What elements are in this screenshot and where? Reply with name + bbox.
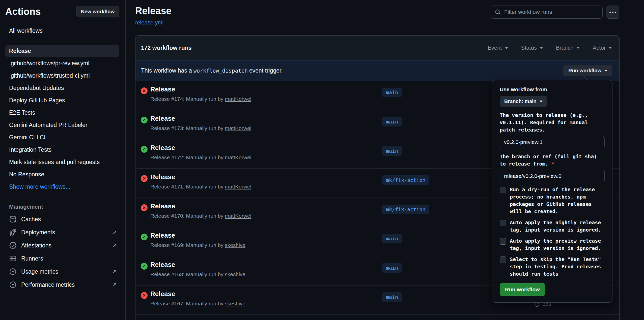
checkbox[interactable] bbox=[500, 257, 506, 263]
branch-column: main bbox=[382, 89, 402, 95]
management-item-label: Usage metrics bbox=[21, 268, 58, 275]
filter-actor[interactable]: Actor bbox=[593, 45, 612, 51]
sidebar-item-caches[interactable]: Caches bbox=[6, 213, 119, 226]
filter-branch[interactable]: Branch bbox=[556, 45, 580, 51]
branch-badge[interactable]: mk/fix-action bbox=[382, 205, 429, 214]
run-workflow-dropdown-button[interactable]: Run workflow bbox=[564, 65, 612, 76]
run-title-link[interactable]: Release bbox=[150, 144, 175, 151]
workflow-input-field[interactable] bbox=[500, 136, 605, 148]
actor-link[interactable]: mattKorwel bbox=[225, 96, 251, 102]
actor-link[interactable]: mattKorwel bbox=[225, 125, 251, 131]
branch-badge[interactable]: main bbox=[382, 146, 402, 156]
checkbox-row[interactable]: Auto apply the nightly release tag, inpu… bbox=[500, 219, 605, 234]
management-list: CachesDeployments↗Attestations↗RunnersUs… bbox=[0, 213, 125, 291]
run-main: ReleaseRelease #172: Manually run by mat… bbox=[150, 144, 251, 161]
success-icon: ✓ bbox=[141, 263, 148, 270]
run-workflow-popover: Use workflow from Branch: main The versi… bbox=[492, 80, 612, 303]
run-main: ReleaseRelease #167: Manually run by ske… bbox=[150, 290, 245, 307]
sidebar-workflow-item[interactable]: Mark stale issues and pull requests bbox=[5, 156, 119, 168]
workflow-file-link[interactable]: release.yml bbox=[135, 19, 163, 26]
sidebar-workflow-item[interactable]: .github/workflows/trusted-ci.yml bbox=[5, 70, 119, 82]
sidebar-workflow-item[interactable]: E2E Tests bbox=[5, 107, 119, 119]
actor-link[interactable]: mattKorwel bbox=[225, 213, 251, 219]
new-workflow-button[interactable]: New workflow bbox=[76, 6, 119, 17]
external-link-icon: ↗ bbox=[112, 268, 117, 275]
sidebar-item-all-workflows[interactable]: All workflows bbox=[5, 25, 119, 37]
input-label: The version to release (e.g., v0.1.11). … bbox=[500, 112, 605, 134]
branch-badge[interactable]: main bbox=[382, 263, 402, 273]
filter-workflow-runs-input[interactable] bbox=[491, 6, 603, 19]
workflow-list: Release.github/workflows/pr-review.yml.g… bbox=[0, 45, 125, 180]
checkbox[interactable] bbox=[500, 220, 506, 226]
failure-icon: ✕ bbox=[141, 175, 148, 182]
branch-badge[interactable]: main bbox=[382, 292, 402, 302]
checkbox[interactable] bbox=[500, 238, 506, 245]
run-title-link[interactable]: Release bbox=[150, 115, 175, 122]
run-description: Release #173: Manually run by mattKorwel bbox=[150, 125, 251, 131]
branch-column: main bbox=[382, 148, 402, 154]
checkbox[interactable] bbox=[500, 187, 506, 193]
branch-column: main bbox=[382, 294, 402, 300]
checkbox-row[interactable]: Select to skip the "Run Tests" step in t… bbox=[500, 256, 605, 278]
sidebar-item-runners[interactable]: Runners bbox=[6, 252, 119, 265]
management-item-label: Deployments bbox=[21, 229, 55, 236]
filter-label: Actor bbox=[593, 45, 606, 51]
sidebar-item-deployments[interactable]: Deployments↗ bbox=[6, 226, 119, 239]
run-title-link[interactable]: Release bbox=[150, 232, 175, 239]
sidebar-workflow-item[interactable]: Deploy GitHub Pages bbox=[5, 94, 119, 106]
workflow-dispatch-code: workflow_dispatch bbox=[192, 68, 249, 74]
sidebar-divider bbox=[6, 41, 119, 41]
filter-status[interactable]: Status bbox=[521, 45, 543, 51]
actor-link[interactable]: skeshive bbox=[225, 271, 245, 277]
failure-icon: ✕ bbox=[141, 204, 148, 211]
sidebar-workflow-item[interactable]: No Response bbox=[5, 169, 119, 180]
actor-link[interactable]: mattKorwel bbox=[225, 154, 251, 160]
chevron-down-icon bbox=[609, 47, 612, 50]
search-icon bbox=[495, 9, 501, 15]
sidebar-workflow-item[interactable]: Integration Tests bbox=[5, 144, 119, 156]
sidebar-item-usage-metrics[interactable]: Usage metrics↗ bbox=[6, 265, 119, 278]
sidebar-workflow-item[interactable]: .github/workflows/pr-review.yml bbox=[5, 57, 119, 69]
workflow-options-kebab-button[interactable] bbox=[606, 6, 619, 19]
run-title-link[interactable]: Release bbox=[150, 290, 175, 298]
sidebar-workflow-item[interactable]: Gemini Automated PR Labeler bbox=[5, 119, 119, 131]
branch-column: mk/fix-action bbox=[382, 206, 429, 212]
actor-link[interactable]: mattKorwel bbox=[225, 184, 251, 189]
filter-label: Branch bbox=[556, 45, 574, 51]
branch-badge[interactable]: main bbox=[382, 88, 402, 97]
management-item-label: Caches bbox=[21, 216, 41, 223]
actor-link[interactable]: skeshive bbox=[225, 301, 245, 306]
sidebar-workflow-item[interactable]: Gemini CLI CI bbox=[5, 132, 119, 143]
sidebar-workflow-item[interactable]: Release bbox=[5, 45, 119, 57]
run-title-link[interactable]: Release bbox=[150, 261, 175, 268]
sidebar-workflow-item[interactable]: Dependabot Updates bbox=[5, 82, 119, 94]
checkbox-row[interactable]: Auto apply the preview release tag, inpu… bbox=[500, 237, 605, 252]
run-description: Release #174: Manually run by mattKorwel bbox=[150, 96, 251, 102]
run-title-link[interactable]: Release bbox=[150, 85, 175, 93]
run-description: Release #169: Manually run by skeshive bbox=[150, 242, 245, 248]
popover-fields: The version to release (e.g., v0.1.11). … bbox=[500, 112, 605, 182]
popover-title: Use workflow from bbox=[500, 86, 605, 92]
run-title-link[interactable]: Release bbox=[150, 202, 175, 210]
run-description: Release #168: Manually run by skeshive bbox=[150, 271, 245, 277]
popover-checkboxes: Run a dry-run of the release process; no… bbox=[500, 186, 605, 278]
run-title-link[interactable]: Release bbox=[150, 173, 175, 181]
branch-badge[interactable]: main bbox=[382, 234, 402, 243]
checkbox-label: Select to skip the "Run Tests" step in t… bbox=[510, 256, 605, 278]
show-more-workflows-link[interactable]: Show more workflows... bbox=[5, 181, 119, 193]
sidebar-item-attestations[interactable]: Attestations↗ bbox=[6, 239, 119, 252]
filter-event[interactable]: Event bbox=[488, 45, 508, 51]
external-link-icon: ↗ bbox=[112, 281, 117, 288]
actor-link[interactable]: skeshive bbox=[225, 242, 245, 248]
checkbox-row[interactable]: Run a dry-run of the release process; no… bbox=[500, 186, 605, 215]
run-main: ReleaseRelease #169: Manually run by ske… bbox=[150, 232, 245, 248]
sidebar-item-performance-metrics[interactable]: Performance metrics↗ bbox=[6, 278, 119, 291]
run-main: ReleaseRelease #171: Manually run by mat… bbox=[150, 173, 251, 190]
failure-icon: ✕ bbox=[141, 87, 148, 94]
gauge-icon bbox=[9, 281, 17, 289]
branch-badge[interactable]: mk/fix-action bbox=[382, 175, 429, 185]
branch-selector-button[interactable]: Branch: main bbox=[500, 96, 547, 107]
run-workflow-submit-button[interactable]: Run workflow bbox=[500, 283, 545, 296]
workflow-input-field[interactable] bbox=[500, 170, 605, 182]
branch-badge[interactable]: main bbox=[382, 117, 402, 126]
